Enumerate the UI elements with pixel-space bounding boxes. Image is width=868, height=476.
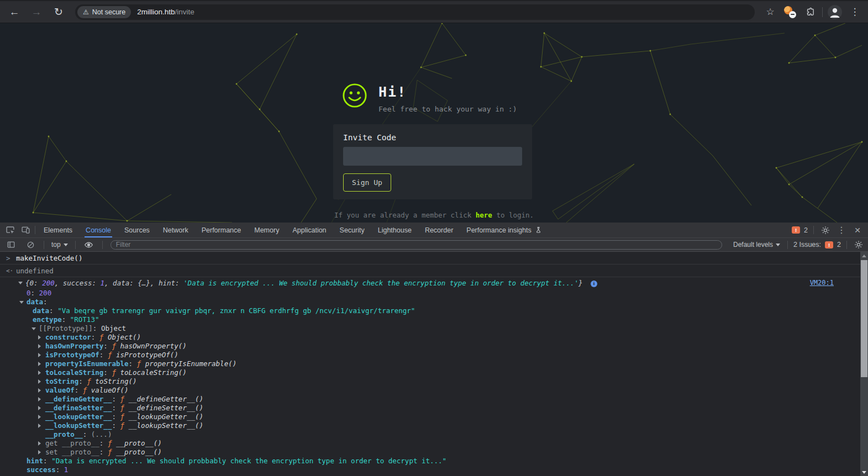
console-tree-row[interactable]: isPrototypeOf: ƒ isPrototypeOf() (0, 351, 860, 359)
extension-icon[interactable] (782, 4, 798, 20)
toolbar-divider (822, 7, 823, 17)
console-sidebar-toggle-icon[interactable] (3, 240, 19, 249)
scroll-thumb[interactable] (861, 260, 867, 377)
expand-arrow-icon[interactable] (38, 344, 41, 348)
login-here-link[interactable]: here (476, 211, 492, 219)
tab-recorder[interactable]: Recorder (418, 223, 460, 237)
filter-input[interactable] (111, 240, 722, 250)
not-secure-chip[interactable]: ⚠ Not secure (77, 6, 131, 18)
default-levels-dropdown[interactable]: Default levels (732, 241, 782, 248)
expand-arrow-icon[interactable] (38, 397, 41, 401)
console-tree-row[interactable]: get __proto__: ƒ __proto__() (0, 439, 860, 448)
scroll-down-button[interactable] (860, 468, 868, 476)
expand-arrow-icon[interactable] (38, 415, 41, 419)
invite-code-input[interactable] (343, 147, 522, 166)
expand-arrow-icon[interactable] (38, 450, 41, 454)
tab-performance-insights[interactable]: Performance insights (460, 223, 548, 237)
issues-badge-icon[interactable]: ! (792, 226, 800, 234)
bookmark-star-icon[interactable]: ☆ (762, 4, 778, 20)
result-row[interactable]: <· undefined (0, 265, 860, 277)
console-tree-row: data: "Va beqre gb trarengr gur vaivgr p… (0, 306, 860, 315)
issues-counter-value: 2 (837, 241, 841, 248)
settings-gear-icon[interactable] (819, 224, 832, 236)
address-bar[interactable]: ⚠ Not secure 2million.htb/invite (75, 4, 755, 20)
browser-menu-button[interactable]: ⋮ (847, 4, 862, 20)
devtools-close-icon[interactable]: × (851, 224, 864, 236)
console-tree-row[interactable]: hasOwnProperty: ƒ hasOwnProperty() (0, 342, 860, 351)
expand-arrow-icon[interactable] (38, 371, 41, 375)
chevron-down-icon (776, 244, 780, 246)
console-tree-row[interactable]: toLocaleString: ƒ toLocaleString() (0, 368, 860, 377)
warning-icon: ⚠ (83, 8, 89, 16)
forward-button[interactable]: → (28, 3, 45, 21)
console-tree-row: hint: "Data is encrypted ... We should p… (0, 457, 860, 466)
back-button[interactable]: ← (6, 3, 23, 21)
object-preview-row[interactable]: {0: 200, success: 1, data: {…}, hint: 'D… (0, 277, 860, 289)
command-row[interactable]: > makeInviteCode() (0, 252, 860, 265)
flask-icon (535, 226, 542, 234)
extensions-puzzle-icon[interactable] (802, 4, 818, 20)
invite-panel: Invite Code Sign Up (333, 124, 532, 199)
login-footer-text: If you are already a member click here t… (0, 211, 868, 219)
console-tree-row[interactable]: constructor: ƒ Object() (0, 333, 860, 342)
tab-security[interactable]: Security (333, 223, 371, 237)
profile-avatar[interactable] (827, 4, 843, 20)
expand-arrow-icon[interactable] (38, 441, 41, 446)
console-tree-row: success: 1 (0, 466, 860, 474)
console-tree-row[interactable]: toString: ƒ toString() (0, 377, 860, 386)
tab-performance[interactable]: Performance (195, 223, 248, 237)
expand-arrow-icon[interactable] (38, 388, 41, 393)
console-tree-row[interactable]: valueOf: ƒ valueOf() (0, 386, 860, 395)
scroll-up-button[interactable] (860, 252, 868, 260)
console-tree-row[interactable]: __defineGetter__: ƒ __defineGetter__() (0, 395, 860, 404)
url-host: 2million.htb (137, 8, 175, 16)
devtools-menu-icon[interactable]: ⋮ (835, 224, 848, 236)
console-tree-row[interactable]: __lookupGetter__: ƒ __lookupGetter__() (0, 412, 860, 421)
info-icon[interactable]: i (591, 281, 597, 287)
tab-lighthouse[interactable]: Lighthouse (371, 223, 418, 237)
console-tree-row[interactable]: __defineSetter__: ƒ __defineSetter__() (0, 404, 860, 412)
prompt-icon: > (6, 252, 10, 265)
expand-arrow-icon[interactable] (38, 406, 41, 410)
console-tree-row[interactable]: [[Prototype]]: Object (0, 324, 860, 333)
expand-arrow-icon[interactable] (38, 362, 41, 366)
console-settings-gear-icon[interactable] (853, 239, 865, 251)
smiley-icon (342, 83, 367, 108)
browser-toolbar: ← → ↻ ⚠ Not secure 2million.htb/invite ☆… (0, 0, 868, 23)
tab-memory[interactable]: Memory (248, 223, 286, 237)
return-value-icon: <· (6, 265, 13, 277)
issues-counter-label[interactable]: 2 Issues: (793, 241, 821, 248)
context-selector[interactable]: top (50, 241, 70, 248)
tab-elements[interactable]: Elements (37, 223, 79, 237)
issues-count: 2 (804, 226, 808, 234)
reload-button[interactable]: ↻ (50, 3, 67, 21)
tagline-text: Feel free to hack your way in :) (378, 105, 517, 113)
inspect-element-icon[interactable] (2, 223, 18, 237)
console-tree-row[interactable]: set __proto__: ƒ __proto__() (0, 448, 860, 457)
scrollbar[interactable] (860, 252, 868, 476)
signup-button[interactable]: Sign Up (343, 173, 391, 192)
url-text[interactable]: 2million.htb/invite (137, 8, 194, 16)
tab-network[interactable]: Network (156, 223, 195, 237)
live-expression-eye-icon[interactable] (81, 240, 97, 250)
object-preview-segments: {0: 200, success: 1, data: {…}, hint: 'D… (25, 279, 583, 287)
tab-application[interactable]: Application (286, 223, 333, 237)
source-link[interactable]: VM20:1 (810, 277, 834, 289)
expand-arrow-icon[interactable] (38, 335, 41, 340)
tab-console[interactable]: Console (79, 223, 118, 237)
collapse-arrow-icon[interactable] (31, 327, 36, 330)
expand-arrow-icon[interactable] (38, 353, 41, 357)
clear-console-icon[interactable] (23, 241, 38, 249)
console-tree-row: __proto__: (...) (0, 430, 860, 439)
console-tree-row[interactable]: __lookupSetter__: ƒ __lookupSetter__() (0, 421, 860, 430)
extension-badge-icon (784, 6, 796, 18)
expand-arrow-icon[interactable] (38, 424, 41, 428)
console-log: > makeInviteCode() <· undefined {0: 200,… (0, 252, 868, 476)
collapse-arrow-icon[interactable] (19, 301, 24, 304)
console-tree-row[interactable]: data: (0, 298, 860, 306)
tab-sources[interactable]: Sources (118, 223, 156, 237)
expand-arrow-icon[interactable] (38, 379, 41, 384)
device-toolbar-icon[interactable] (18, 223, 33, 237)
collapse-arrow-icon[interactable] (18, 282, 23, 284)
console-tree-row[interactable]: propertyIsEnumerable: ƒ propertyIsEnumer… (0, 359, 860, 368)
